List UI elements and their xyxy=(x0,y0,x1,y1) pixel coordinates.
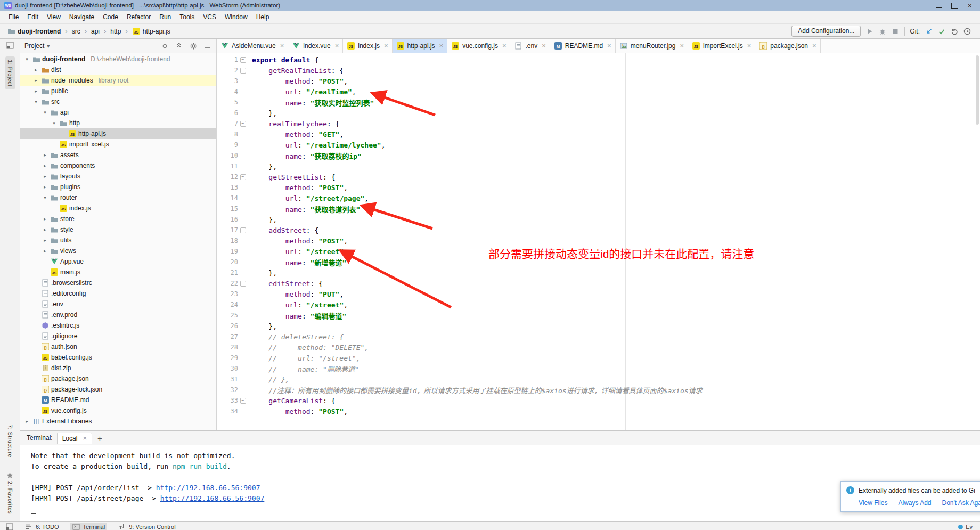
toolwindow-button-1-project[interactable]: 1: Project xyxy=(5,56,15,89)
menu-help[interactable]: Help xyxy=(252,12,274,22)
terminal-link[interactable]: http://192.168.66.56:9007 xyxy=(156,484,260,492)
close-icon[interactable]: × xyxy=(542,43,546,48)
close-icon[interactable]: × xyxy=(680,43,684,48)
notification-action-view-files[interactable]: View Files xyxy=(859,499,887,507)
editor-tab-vue-config-js[interactable]: JSvue.config.js× xyxy=(447,39,510,53)
tree-item-package-lock-json[interactable]: {}package-lock.json xyxy=(20,384,216,395)
breadcrumb-item-http-api-js[interactable]: JShttp-api.js xyxy=(130,27,172,36)
breadcrumb-item-duoji-frontend[interactable]: duoji-frontend xyxy=(5,27,62,36)
tree-item-readme-md[interactable]: MREADME.md xyxy=(20,395,216,405)
statusbar-9-version-control[interactable]: 9: Version Control xyxy=(116,523,177,530)
clock-icon[interactable] xyxy=(963,27,971,35)
tree-item-components[interactable]: ▸components xyxy=(20,160,216,171)
fold-icon[interactable]: − xyxy=(240,174,246,180)
menu-refactor[interactable]: Refactor xyxy=(123,12,155,22)
statusbar-event-log[interactable]: Ev xyxy=(956,523,975,530)
tree-item-editorconfig[interactable]: .editorconfig xyxy=(20,288,216,299)
fold-icon[interactable]: − xyxy=(240,398,246,404)
toolwindow-button-7-structure[interactable]: 7: Structure xyxy=(5,421,15,461)
tree-expand-icon[interactable]: ▸ xyxy=(32,78,39,83)
new-terminal-tab-button[interactable]: + xyxy=(94,434,105,443)
tree-item-api[interactable]: ▾api xyxy=(20,107,216,118)
tree-item-main-js[interactable]: JSmain.js xyxy=(20,267,216,278)
fold-icon[interactable]: − xyxy=(240,121,246,127)
stop-icon[interactable] xyxy=(891,27,900,35)
fold-icon[interactable]: − xyxy=(240,68,246,74)
editor-tab-env[interactable]: .env× xyxy=(510,39,550,53)
terminal-tab-local[interactable]: Local× xyxy=(57,433,92,444)
toolwindows-icon[interactable] xyxy=(6,41,14,49)
notification-action-don-t-ask-agai[interactable]: Don't Ask Agai xyxy=(942,499,980,507)
tree-item-public[interactable]: ▸public xyxy=(20,86,216,96)
editor-tab-index-js[interactable]: JSindex.js× xyxy=(343,39,392,53)
statusbar-terminal[interactable]: Terminal xyxy=(70,523,108,530)
debug-icon[interactable] xyxy=(878,27,887,35)
close-icon[interactable]: × xyxy=(502,43,507,48)
tree-item-env[interactable]: .env xyxy=(20,299,216,309)
editor-tab-asidemenu-vue[interactable]: AsideMenu.vue× xyxy=(217,39,288,53)
toolwindows-icon[interactable] xyxy=(5,523,14,530)
notification-action-always-add[interactable]: Always Add xyxy=(898,499,931,507)
tree-item-env-prod[interactable]: .env.prod xyxy=(20,309,216,320)
tree-item-vue-config-js[interactable]: JSvue.config.js xyxy=(20,405,216,416)
fold-icon[interactable]: − xyxy=(240,227,246,233)
tree-expand-icon[interactable]: ▾ xyxy=(51,120,58,126)
close-icon[interactable]: × xyxy=(384,43,388,48)
close-icon[interactable]: × xyxy=(280,43,284,48)
tree-expand-icon[interactable]: ▸ xyxy=(42,152,48,158)
tree-item-gitignore[interactable]: .gitignore xyxy=(20,331,216,341)
menu-edit[interactable]: Edit xyxy=(23,12,43,22)
tree-item-auth-json[interactable]: {}auth.json xyxy=(20,341,216,352)
tree-item-index-js[interactable]: JSindex.js xyxy=(20,203,216,214)
breadcrumb-item-http[interactable]: http xyxy=(109,27,123,36)
editor-tab-menurouter-jpg[interactable]: menuRouter.jpg× xyxy=(616,39,688,53)
menu-code[interactable]: Code xyxy=(99,12,123,22)
tree-expand-icon[interactable]: ▸ xyxy=(32,67,39,72)
tree-item-duoji-frontend[interactable]: ▾duoji-frontendD:\zheheWeb\duoji-fronten… xyxy=(20,54,216,64)
menu-file[interactable]: File xyxy=(4,12,23,22)
tree-item-importexcel-js[interactable]: JSimportExcel.js xyxy=(20,139,216,150)
tree-item-style[interactable]: ▸style xyxy=(20,224,216,235)
terminal-output[interactable]: Note that the development build is not o… xyxy=(20,445,980,521)
tree-expand-icon[interactable]: ▾ xyxy=(23,56,30,62)
tree-item-plugins[interactable]: ▸plugins xyxy=(20,182,216,192)
tree-expand-icon[interactable]: ▸ xyxy=(42,248,48,254)
menu-vcs[interactable]: VCS xyxy=(199,12,220,22)
fold-icon[interactable]: − xyxy=(240,57,246,63)
project-panel-title[interactable]: Project xyxy=(24,42,44,50)
tree-expand-icon[interactable]: ▸ xyxy=(42,238,48,243)
tree-item-http-api-js[interactable]: JShttp-api.js xyxy=(20,128,216,139)
editor-tab-http-api-js[interactable]: JShttp-api.js× xyxy=(393,39,448,53)
tree-item-utils[interactable]: ▸utils xyxy=(20,235,216,246)
settings-icon[interactable] xyxy=(189,42,198,50)
tree-item-eslintrc-js[interactable]: .eslintrc.js xyxy=(20,320,216,331)
tree-expand-icon[interactable]: ▸ xyxy=(42,163,48,168)
fold-icon[interactable]: − xyxy=(240,281,246,287)
tree-expand-icon[interactable]: ▾ xyxy=(42,110,48,115)
close-icon[interactable]: × xyxy=(968,3,974,8)
tree-expand-icon[interactable]: ▸ xyxy=(42,184,48,190)
tree-expand-icon[interactable]: ▾ xyxy=(42,195,48,200)
close-icon[interactable]: × xyxy=(335,43,339,48)
statusbar-6-todo[interactable]: 6: TODO xyxy=(22,523,61,530)
tree-item-dist[interactable]: ▸dist xyxy=(20,64,216,75)
tree-item-babel-config-js[interactable]: JSbabel.config.js xyxy=(20,352,216,363)
git-commit-icon[interactable] xyxy=(937,27,946,35)
minimize-icon[interactable] xyxy=(936,3,942,8)
tree-expand-icon[interactable]: ▾ xyxy=(32,99,39,104)
editor-tab-package-json[interactable]: {}package.json× xyxy=(755,39,820,53)
collapse-icon[interactable] xyxy=(175,42,183,50)
close-icon[interactable]: × xyxy=(83,436,87,441)
tree-item-layouts[interactable]: ▸layouts xyxy=(20,171,216,182)
run-icon[interactable] xyxy=(865,27,874,35)
tree-item-dist-zip[interactable]: dist.zip xyxy=(20,363,216,373)
close-icon[interactable]: × xyxy=(747,43,752,48)
tree-item-router[interactable]: ▾router xyxy=(20,192,216,203)
tree-item-external-libraries[interactable]: ▸External Libraries xyxy=(20,416,216,427)
menu-view[interactable]: View xyxy=(43,12,65,22)
tree-item-app-vue[interactable]: App.vue xyxy=(20,256,216,267)
editor-tab-readme-md[interactable]: MREADME.md× xyxy=(550,39,616,53)
hide-icon[interactable] xyxy=(203,42,212,50)
toolwindow-button-2-favorites[interactable]: 2: Favorites xyxy=(4,468,16,517)
tree-item-node-modules[interactable]: ▸node_moduleslibrary root xyxy=(20,75,216,86)
